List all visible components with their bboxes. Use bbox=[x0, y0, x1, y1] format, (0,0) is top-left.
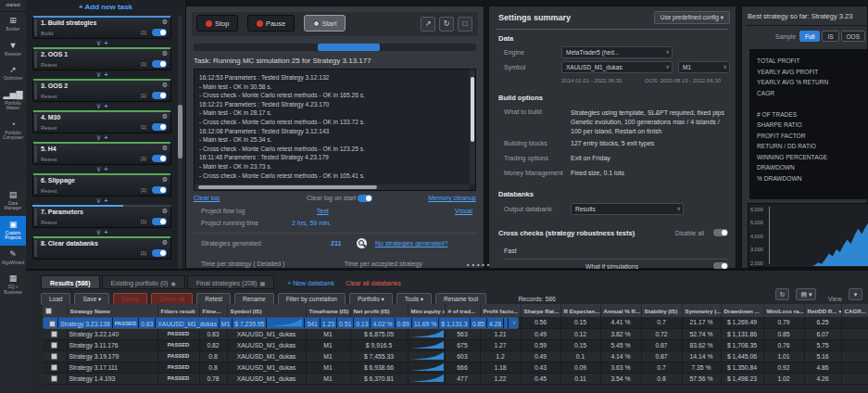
column-header-filters-result[interactable]: Filters result bbox=[157, 304, 199, 317]
columns-icon[interactable]: ▤ ▾ bbox=[796, 288, 816, 300]
column-header-drawdown[interactable]: Drawdown ... bbox=[721, 304, 763, 317]
view-select[interactable]: ▾ bbox=[849, 288, 862, 300]
select-all-checkbox[interactable] bbox=[45, 308, 52, 314]
row-checkbox[interactable] bbox=[51, 364, 57, 371]
gear-icon[interactable]: ⚙ bbox=[162, 113, 168, 120]
start-button[interactable]: Start bbox=[304, 15, 346, 32]
sample-option-full[interactable]: Full bbox=[799, 31, 820, 42]
sidebar-item-data-manager[interactable]: ▤Data Manager bbox=[0, 186, 26, 216]
log-hscroll-thumb[interactable] bbox=[198, 185, 377, 189]
clear-log-link[interactable]: Clear log bbox=[194, 195, 220, 201]
sample-option-is[interactable]: IS bbox=[822, 31, 838, 42]
task-enabled-toggle[interactable] bbox=[152, 186, 167, 194]
task-enabled-toggle[interactable] bbox=[152, 249, 167, 257]
disable-all-toggle[interactable] bbox=[713, 229, 728, 236]
sidebar-item-portfolio-master[interactable]: ▂▅▇Portfolio Master bbox=[0, 86, 26, 116]
column-header-symmetry[interactable]: Symmetry (... bbox=[682, 304, 721, 317]
task-scrollbar-thumb[interactable] bbox=[178, 105, 182, 158]
tab-existing-portfolio-0[interactable]: Existing portfolio (0)◉ bbox=[102, 275, 185, 289]
clear-all-databanks-link[interactable]: Clear all databanks bbox=[346, 280, 401, 286]
refresh-table-icon[interactable]: ↻ bbox=[775, 288, 789, 300]
log-horizontal-scrollbar[interactable] bbox=[195, 184, 470, 190]
sidebar-item-builder[interactable]: ⊞Builder bbox=[0, 12, 26, 37]
export-icon[interactable]: ↗ bbox=[421, 17, 435, 32]
table-row[interactable]: Strategy 3.11.176PASSED0.82XAUUSD_M1_duk… bbox=[43, 339, 868, 350]
gear-icon[interactable]: ⚙ bbox=[162, 176, 168, 184]
add-task-between-button[interactable]: + bbox=[104, 71, 107, 78]
row-checkbox[interactable] bbox=[51, 331, 57, 337]
log-vertical-scrollbar[interactable] bbox=[470, 70, 475, 184]
task-card-2-oos-1[interactable]: 2. OOS 1Retest⚙[1] bbox=[32, 47, 171, 70]
table-row[interactable]: Strategy 3.19.179PASSED0.8XAUUSD_M1_duka… bbox=[43, 350, 868, 361]
drag-handle-icon[interactable] bbox=[34, 82, 37, 99]
add-task-between-button[interactable]: + bbox=[104, 229, 107, 235]
flow-log-text-link[interactable]: Text bbox=[317, 208, 329, 214]
column-header-win-loss-ra[interactable]: Win/Loss ra... bbox=[763, 304, 804, 317]
add-task-between-button[interactable]: + bbox=[104, 166, 107, 172]
table-row[interactable]: Strategy 3.17.111PASSED0.8XAUUSD_M1_duka… bbox=[43, 361, 868, 373]
task-enabled-toggle[interactable] bbox=[152, 123, 167, 131]
new-databank-link[interactable]: + New databank bbox=[287, 280, 334, 286]
column-header-timeframe-is[interactable]: Timeframe (IS) bbox=[306, 304, 350, 317]
gear-icon[interactable]: ⚙ bbox=[162, 208, 168, 215]
gear-icon[interactable]: ⚙ bbox=[162, 82, 168, 89]
output-databank-select[interactable]: Results bbox=[571, 203, 684, 215]
use-predefined-config-button[interactable]: Use predefined config ▾ bbox=[654, 11, 730, 24]
log-vscroll-thumb[interactable] bbox=[471, 77, 474, 142]
task-enabled-toggle[interactable] bbox=[152, 92, 167, 99]
task-scrollbar[interactable] bbox=[178, 16, 182, 269]
symbol-select[interactable]: XAUUSD_M1_dukas bbox=[561, 61, 673, 73]
drag-handle-icon[interactable] bbox=[34, 51, 37, 68]
row-checkbox[interactable] bbox=[49, 321, 56, 327]
add-task-between-button[interactable]: + bbox=[104, 197, 107, 204]
add-task-between-button[interactable]: + bbox=[104, 40, 107, 46]
timeframe-select[interactable]: M1 bbox=[678, 61, 730, 73]
table-row[interactable]: Strategy 3.23.138PASSED0.83XAUUSD_M1_duk… bbox=[43, 317, 519, 329]
row-checkbox[interactable] bbox=[51, 353, 57, 360]
table-row[interactable]: Strategy 3.22.140PASSED0.83XAUUSD_M1_duk… bbox=[43, 328, 868, 339]
no-strategies-link[interactable]: No strategies generated? bbox=[375, 240, 448, 247]
sidebar-item-sq-business[interactable]: ▦SQ + Business bbox=[0, 270, 26, 299]
task-enabled-toggle[interactable] bbox=[152, 218, 167, 225]
task-card-8-clear-databanks[interactable]: 8. Clear databanks⚙[1] bbox=[32, 236, 171, 260]
select-all-header[interactable] bbox=[43, 304, 67, 317]
task-enabled-toggle[interactable] bbox=[152, 155, 167, 162]
column-header-symbol-is[interactable]: Symbol (IS) bbox=[227, 304, 306, 317]
task-card-3-oos-2[interactable]: 3. OOS 2Retest⚙[1] bbox=[32, 79, 171, 102]
engine-select[interactable]: MetaTrader5 (hed... bbox=[561, 46, 673, 58]
panel-resize-handle[interactable]: ••••• bbox=[467, 261, 492, 268]
column-header-of-trad[interactable]: # of trad... bbox=[445, 304, 480, 317]
clear-icon[interactable]: □ bbox=[458, 17, 472, 32]
tab-final-strategies-208[interactable]: Final strategies (208)▦ bbox=[187, 275, 274, 289]
refresh-icon[interactable]: ↻ bbox=[439, 17, 454, 32]
drag-handle-icon[interactable] bbox=[34, 146, 37, 162]
task-enabled-toggle[interactable] bbox=[152, 29, 167, 36]
column-header-profit-facto[interactable]: Profit facto... bbox=[480, 304, 521, 317]
tab-results-586[interactable]: Results (586) bbox=[41, 275, 100, 289]
sidebar-item-custom-projects[interactable]: ▣Custom Projects bbox=[0, 216, 26, 246]
column-header-cagr[interactable]: CAGR... bbox=[841, 304, 868, 317]
sidebar-item-retester[interactable]: ▼Retester bbox=[0, 37, 26, 62]
column-header-sharpe-rat[interactable]: Sharpe Rat... bbox=[521, 304, 560, 317]
row-checkbox[interactable] bbox=[51, 342, 57, 349]
task-card-1-build-strategies[interactable]: 1. Build strategiesBuild⚙[1] bbox=[32, 16, 171, 39]
task-card-7-parameters[interactable]: 7. ParametersRetest⚙[1] bbox=[32, 205, 171, 228]
column-header-stability-is[interactable]: Stability (IS) bbox=[641, 304, 682, 317]
gear-icon[interactable]: ⚙ bbox=[162, 19, 168, 26]
row-checkbox[interactable] bbox=[51, 375, 57, 382]
stop-button[interactable]: Stop bbox=[196, 15, 238, 32]
column-header-net-profit-is[interactable]: Net profit (IS) bbox=[350, 304, 408, 317]
task-card-5-h4[interactable]: 5. H4Retest⚙[1] bbox=[32, 142, 171, 165]
magnifier-icon[interactable] bbox=[357, 238, 367, 248]
task-card-4-m30[interactable]: 4. M30Retest⚙[1] bbox=[32, 110, 171, 133]
task-card-6-slippage[interactable]: 6. SlippageRetest⚙[1] bbox=[32, 173, 171, 196]
column-header-mini-equity-cha[interactable]: Mini equity cha... bbox=[408, 304, 445, 317]
pause-button[interactable]: Pause bbox=[247, 15, 295, 32]
sidebar-item-optimizer[interactable]: ↗Optimizer bbox=[0, 61, 26, 86]
drag-handle-icon[interactable] bbox=[34, 114, 37, 131]
flow-log-visual-link[interactable]: Visual bbox=[455, 208, 472, 214]
memory-cleanup-link[interactable]: Memory cleanup bbox=[428, 195, 476, 201]
sample-option-oos[interactable]: OOS bbox=[841, 31, 865, 42]
add-new-task-button[interactable]: + Add new task bbox=[26, 0, 185, 14]
table-row[interactable]: Strategy 1.4.193PASSED0.78XAUUSD_M1_duka… bbox=[43, 373, 868, 384]
